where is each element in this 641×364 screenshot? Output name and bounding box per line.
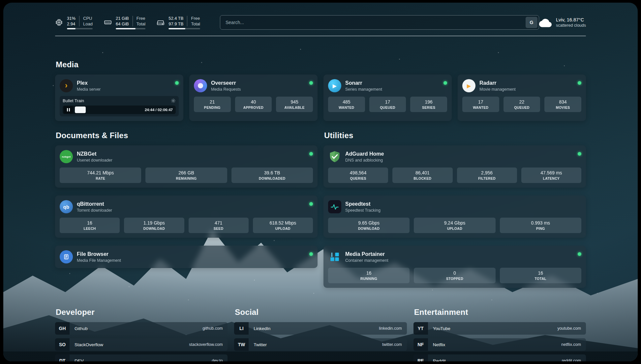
section-utilities: Utilities AdGu [323,131,586,288]
stat-rate: 744.21 MbpsRATE [60,167,141,183]
app-desc: DNS and adblocking [345,158,384,163]
bookmark-twitter[interactable]: TW Twitter twitter.com [234,338,407,351]
ram-widget: 21 GiB 64 GiB Free Total [104,16,145,29]
app-card-sonarr[interactable]: ▶ Sonarr Series management 485WANTED 17Q… [323,75,452,121]
stat-series: 196SERIES [410,97,447,112]
plex-glyph: › [65,81,68,89]
progress-track[interactable] [75,106,143,113]
app-card-overseerr[interactable]: Overseerr Media Requests 21PENDING 40APP… [189,75,318,121]
status-dot [578,152,581,156]
filebrowser-icon [60,250,73,263]
stat-wanted: 17WANTED [462,97,499,112]
documents-section-title: Documents & Files [56,131,318,140]
app-name: Plex [77,80,101,86]
weather-location: Lviv, 16.87°C [556,17,586,22]
disk-total-value: 97.9 TB [168,21,183,26]
cpu-widget: 31% 2.94 CPU Load [55,16,93,29]
app-desc: Media Requests [211,87,241,92]
stat-approved: 40APPROVED [235,97,272,112]
app-name: Media Portainer [345,251,388,257]
app-card-nzbget[interactable]: nzbget NZBGet Usenet downloader 744.21 M… [55,145,318,188]
stat-total: 16TOTAL [500,268,581,283]
stat-leech: 16LEECH [60,218,120,233]
app-card-speedtest[interactable]: Speedtest Speedtest Tracking 9.65 GbpsDO… [323,196,586,238]
bookmark-name: Twitter [254,342,267,347]
stat-downloaded: 39.6 TBDOWNLOADED [231,167,313,183]
bookmark-netflix[interactable]: NF Netflix netflix.com [413,338,586,351]
stat-remaining: 266 GBREMAINING [145,167,227,183]
section-documents: Documents & Files nzbget NZBGet Usenet d… [55,131,318,288]
bookmark-stackoverflow[interactable]: SO StackOverflow stackoverflow.com [55,338,228,351]
ram-icon [104,18,112,26]
bookmark-name: StackOverflow [75,342,103,347]
stat-queries: 498,564QUERIES [328,167,388,183]
bookmark-reddit[interactable]: RE Reddit reddit.com [413,354,586,361]
app-name: NZBGet [77,151,112,157]
qbittorrent-icon: qb [60,200,73,213]
status-dot [578,252,581,256]
app-desc: Torrent downloader [77,208,112,213]
plex-now-playing: Bullet Train [60,96,179,116]
search-input[interactable] [220,20,524,25]
disk-widget: 52.4 TB 97.9 TB Free Total [157,16,200,29]
stat-blocked: 86,401BLOCKED [392,167,452,183]
bookmark-name: YouTube [433,326,450,331]
section-entertainment: Entertainment YT YouTube youtube.com NF … [413,308,586,361]
app-desc: Container management [345,258,388,263]
cpu-label-top: CPU [83,16,93,21]
app-card-radarr[interactable]: ▶ Radarr Movie management 17WANTED 22QUE… [458,75,586,121]
portainer-icon [328,250,341,263]
status-dot [443,81,447,85]
bookmark-url: linkedin.com [379,326,402,331]
bookmark-github[interactable]: GH Github github.com [55,322,228,335]
app-name: qBittorrent [77,201,112,207]
header-divider [55,36,586,36]
bookmark-url: youtube.com [557,326,581,331]
cloud-icon [539,17,552,27]
twitter-abbr-icon: TW [234,338,249,351]
status-dot [175,81,179,85]
gear-icon[interactable] [171,98,176,103]
status-dot [578,81,581,85]
stat-available: 945AVAILABLE [276,97,313,112]
app-name: Sonarr [345,80,382,86]
developer-section-title: Developer [56,308,228,317]
stackoverflow-abbr-icon: SO [55,338,70,351]
overseerr-icon [194,79,207,92]
app-card-qbittorrent[interactable]: qb qBittorrent Torrent downloader 16LEEC… [55,196,318,238]
status-dot [309,81,313,85]
app-desc: Media File Management [77,258,121,263]
cpu-label-bottom: Load [83,21,93,26]
radarr-icon: ▶ [462,79,475,92]
cpu-icon [55,18,63,26]
bookmark-url: dev.to [212,358,223,361]
qbittorrent-glyph: qb [63,204,69,210]
search-bar[interactable]: G [220,15,539,30]
stat-ping: 0.993 msPING [500,218,581,233]
bookmark-youtube[interactable]: YT YouTube youtube.com [413,322,586,335]
app-card-filebrowser[interactable]: File Browser Media File Management [55,246,318,268]
app-card-portainer[interactable]: Media Portainer Container management 16R… [323,246,586,288]
bookmark-dev[interactable]: DT DEV dev.to [55,354,228,361]
app-desc: Movie management [479,87,516,92]
github-abbr-icon: GH [55,322,70,335]
section-developer: Developer GH Github github.com SO StackO… [55,308,228,361]
netflix-abbr-icon: NF [413,338,428,351]
disk-label-free: Free [191,16,200,21]
bookmark-name: DEV [75,358,84,362]
app-card-plex[interactable]: › Plex Media server Bullet Train [55,75,183,121]
search-engine-button[interactable]: G [526,17,537,28]
stat-pending: 21PENDING [194,97,231,112]
speedtest-icon [328,200,341,213]
bookmark-url: reddit.com [562,358,581,361]
app-desc: Speedtest Tracking [345,208,381,213]
media-section-title: Media [56,60,586,69]
disk-label-total: Total [191,21,200,26]
bookmark-linkedin[interactable]: LI LinkedIn linkedin.com [234,322,407,335]
pause-icon[interactable] [64,106,73,113]
weather-widget: Lviv, 16.87°C scattered clouds [539,17,586,28]
playback-progress[interactable]: 24:44 / 02:06:47 [63,106,176,114]
youtube-abbr-icon: YT [413,322,428,335]
section-social: Social LI LinkedIn linkedin.com TW Twitt… [234,308,407,361]
app-card-adguard[interactable]: AdGuard Home DNS and adblocking 498,564Q… [323,145,586,188]
